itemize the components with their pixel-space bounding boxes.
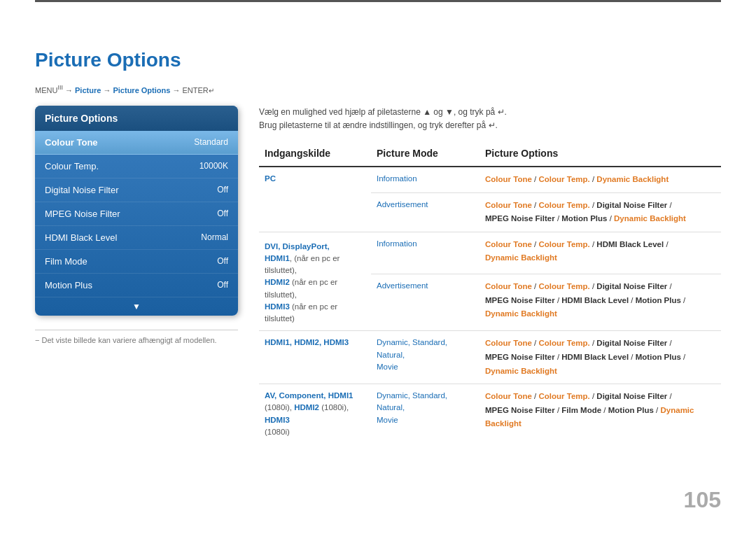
menu-title: Picture Options [35,106,238,131]
instruction-line2: Brug piletasterne til at ændre indstilli… [259,119,721,132]
page-number: 105 [684,487,721,513]
table-header-options: Picture Options [479,143,721,167]
menu-scroll-down[interactable]: ▼ [35,297,238,316]
left-panel: Picture Options Colour Tone Standard Col… [35,106,238,444]
menu-item-film-mode-value: Off [217,256,228,266]
mode-dvi-advertisement: Advertisement [371,274,479,331]
top-decorative-line [35,0,721,2]
mode-av-all: Dynamic, Standard, Natural, Movie [371,384,479,444]
menu-item-colour-temp-label: Colour Temp. [45,161,99,171]
options-pc-advertisement: Colour Tone / Colour Temp. / Digital Noi… [479,192,721,232]
menu-item-mpeg-noise[interactable]: MPEG Noise Filter Off [35,202,238,226]
menu-item-motion-plus-value: Off [217,280,228,290]
options-hdmi-all: Colour Tone / Colour Temp. / Digital Noi… [479,331,721,384]
breadcrumb-enter: ENTER↵ [182,86,214,94]
menu-item-film-mode-label: Film Mode [45,256,88,267]
menu-item-colour-temp-value: 10000K [200,161,228,171]
options-dvi-advertisement: Colour Tone / Colour Temp. / Digital Noi… [479,274,721,331]
menu-item-colour-tone-label: Colour Tone [45,137,98,148]
breadcrumb-arrow1: → [65,86,75,94]
menu-item-motion-plus-label: Motion Plus [45,280,92,290]
breadcrumb-picture-options: Picture Options [113,86,170,94]
right-panel: Vælg en mulighed ved hjælp af piletaster… [259,106,721,444]
menu-item-colour-tone[interactable]: Colour Tone Standard [35,131,238,155]
menu-item-film-mode[interactable]: Film Mode Off [35,250,238,274]
menu-item-hdmi-black-value: Normal [201,232,228,242]
page-title: Picture Options [35,49,721,71]
menu-item-digital-noise-value: Off [217,185,228,195]
source-av: AV, Component, HDMI1 (1080i), HDMI2 (108… [259,384,371,444]
mode-pc-advertisement: Advertisement [371,192,479,232]
table-row: AV, Component, HDMI1 (1080i), HDMI2 (108… [259,384,721,444]
left-note: − Det viste billede kan variere afhængig… [35,330,238,344]
instructions: Vælg en mulighed ved hjælp af piletaster… [259,106,721,132]
table-row: PC Information Colour Tone / Colour Temp… [259,167,721,192]
menu-item-hdmi-black[interactable]: HDMI Black Level Normal [35,226,238,250]
main-content: Picture Options Colour Tone Standard Col… [35,106,721,444]
menu-item-digital-noise-label: Digital Noise Filter [45,185,118,195]
breadcrumb-picture: Picture [75,86,101,94]
menu-item-mpeg-noise-value: Off [217,209,228,218]
table-row: HDMI1, HDMI2, HDMI3 Dynamic, Standard, N… [259,331,721,384]
options-pc-information: Colour Tone / Colour Temp. / Dynamic Bac… [479,167,721,192]
options-dvi-information: Colour Tone / Colour Temp. / HDMI Black … [479,232,721,274]
source-pc: PC [259,167,371,232]
table-row: DVI, DisplayPort, HDMI1, (når en pc er t… [259,232,721,274]
menu-item-mpeg-noise-label: MPEG Noise Filter [45,209,120,219]
source-dvi: DVI, DisplayPort, HDMI1, (når en pc er t… [259,232,371,331]
breadcrumb: MENUIII → Picture → Picture Options → EN… [35,84,721,94]
mode-hdmi-all: Dynamic, Standard, Natural, Movie [371,331,479,384]
menu-item-digital-noise[interactable]: Digital Noise Filter Off [35,178,238,202]
breadcrumb-arrow3: → [172,86,182,94]
mode-dvi-information: Information [371,232,479,274]
menu-item-hdmi-black-label: HDMI Black Level [45,232,117,243]
menu-item-colour-tone-value: Standard [194,137,228,147]
menu-item-colour-temp[interactable]: Colour Temp. 10000K [35,155,238,178]
options-av-all: Colour Tone / Colour Temp. / Digital Noi… [479,384,721,444]
breadcrumb-arrow2: → [103,86,113,94]
options-table: Indgangskilde Picture Mode Picture Optio… [259,143,721,444]
table-header-source: Indgangskilde [259,143,371,167]
mode-pc-information: Information [371,167,479,192]
menu-item-motion-plus[interactable]: Motion Plus Off [35,274,238,297]
instruction-line1: Vælg en mulighed ved hjælp af piletaster… [259,106,721,119]
breadcrumb-menu: MENUIII [35,86,63,94]
table-header-mode: Picture Mode [371,143,479,167]
source-hdmi: HDMI1, HDMI2, HDMI3 [259,331,371,384]
picture-options-menu: Picture Options Colour Tone Standard Col… [35,106,238,316]
